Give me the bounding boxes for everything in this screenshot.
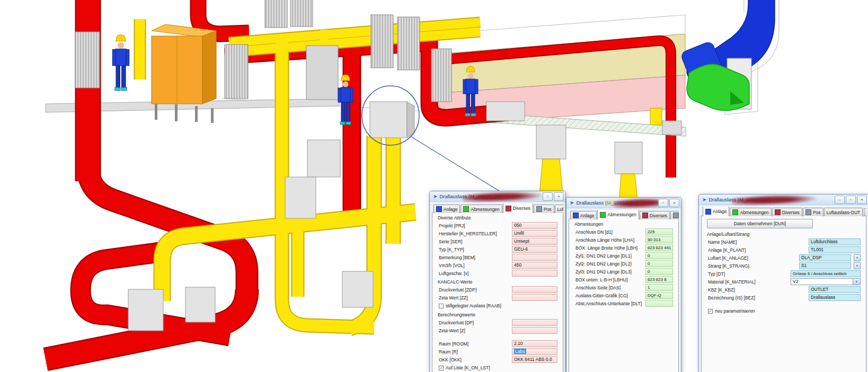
dn-input[interactable]: 225	[645, 228, 673, 235]
dl2-input[interactable]: 0	[645, 260, 673, 267]
field-label: BOX: Länge Breite Höhe [LBH]	[575, 245, 645, 251]
neu-parametrisieren-checkbox[interactable]: ✓	[708, 309, 713, 314]
tab-page-diverses: Diverse Attribute Projekt [PRJ]050 Herst…	[432, 212, 563, 372]
close-button[interactable]: ×	[669, 199, 679, 207]
field-row: Vm3/h [VOL]450	[432, 261, 563, 269]
tab-luftauslass-out[interactable]: Luftauslass-OUT	[824, 208, 863, 216]
restore-button[interactable]: ▫	[658, 199, 668, 207]
field-label: Typ [K_TYP]	[439, 247, 512, 252]
restore-button[interactable]: ▫	[543, 192, 553, 201]
raum-r-input[interactable]: Labo	[512, 348, 557, 355]
tab-label: Anlage	[713, 209, 727, 214]
projekt-input[interactable]: 050	[512, 222, 557, 229]
close-button[interactable]: ×	[554, 192, 564, 201]
tab-label: Anlage	[444, 207, 457, 212]
tab-pos[interactable]: Pos	[534, 205, 554, 213]
lbh-input[interactable]: 623 623 441	[645, 244, 673, 251]
field-label: Anschluss Länge Höhe [LHA]	[575, 237, 645, 243]
tab-pos[interactable]: Pos	[670, 211, 679, 219]
dialog-drallauslass-anlage: ➤ Drallauslass (M_20011) [m] – ▫ × Anlag…	[698, 194, 868, 372]
daten-uebernehmen-button[interactable]: Daten übernehmen [DUN]	[707, 219, 813, 228]
field-label: Anschluss DN [d1]	[575, 229, 645, 235]
material-combobox[interactable]: V2▼	[791, 278, 861, 285]
dl1-input[interactable]: 0	[645, 252, 673, 259]
tab-diverses[interactable]: Diverses	[772, 208, 802, 216]
lha-input[interactable]: 50 313	[645, 236, 673, 243]
bezeichnung-input[interactable]: Drallauslass	[809, 294, 861, 301]
checkbox-row: stillgelegter Auslass [RAAB]	[432, 302, 563, 310]
section-header: Diverse Attribute	[432, 213, 563, 222]
serie-input[interactable]: Unisept	[512, 238, 557, 245]
typ-dt-input[interactable]: Grösse 6 / Anschluss seitlich	[791, 270, 861, 277]
tab-strip: Anlage Abmessungen Diverses Pos Luftausl…	[570, 210, 679, 219]
tab-scroll-buttons[interactable]: ◄►	[864, 208, 866, 216]
tab-anlage[interactable]: Anlage	[703, 207, 729, 216]
dl3-input[interactable]: 0	[645, 268, 673, 275]
onlist-checkbox[interactable]: ✓	[439, 366, 444, 370]
field-row: Strang [K_STRANG]S1▼	[702, 262, 866, 270]
field-label: Name [NAME]	[708, 240, 809, 245]
tab-abmessungen[interactable]: Abmessungen	[460, 205, 502, 213]
tab-label: Diverses	[513, 206, 530, 211]
dialog-drallauslass-abmessungen: ➤ Drallauslass (M_20011) [m] ▫ × Anlage …	[566, 197, 681, 372]
strang-dropdown-button[interactable]: ▼	[854, 262, 861, 269]
luftgeschw-input[interactable]	[512, 270, 557, 277]
druckverlust-dp-input[interactable]	[512, 319, 557, 326]
redaction-smudge	[463, 191, 543, 202]
dialog-titlebar[interactable]: ➤ Drallauslass (M_20011) [m] ▫ ×	[566, 198, 681, 208]
field-label: Luftgeschw. [v]	[439, 271, 512, 276]
field-row: Hersteller [K_HERSTELLER]Unifil	[432, 229, 563, 237]
app-icon: ➤	[570, 200, 574, 206]
tab-luftauslass-out[interactable]: Luftauslass-OUT	[555, 205, 563, 213]
field-label: Vm3/h [VOL]	[439, 263, 512, 268]
dialog-titlebar[interactable]: ➤ Drallauslass (M_20011) [m] – ▫ ×	[699, 194, 868, 205]
das-input[interactable]: 1	[645, 284, 673, 291]
field-row: Bemerkung [BEM]	[432, 253, 563, 261]
hersteller-input[interactable]: Unifil	[512, 230, 557, 237]
minimize-button[interactable]: –	[835, 196, 845, 204]
bemerkung-input[interactable]	[512, 254, 557, 261]
anlage-tab-icon	[573, 212, 579, 218]
tab-abmessungen[interactable]: Abmessungen	[730, 208, 771, 216]
dialog-titlebar[interactable]: ➤ Drallauslass (M_20011) [m] ▫ ×	[430, 191, 565, 202]
tab-abmessungen[interactable]: Abmessungen	[597, 210, 639, 219]
application-window: ➤ Drallauslass (M_20011) [m] ▫ × Anlage …	[0, 0, 868, 372]
kbz-input[interactable]: OUTLET	[809, 286, 861, 293]
field-row: Anschluss Länge Höhe [LHA]50 313	[569, 236, 678, 244]
field-label: Projekt [PRJ]	[439, 223, 512, 228]
tab-diverses[interactable]: Diverses	[503, 203, 533, 213]
field-label: BOX unten: L-B-H [LBHU]	[575, 277, 645, 282]
tab-diverses[interactable]: Diverses	[640, 211, 670, 219]
material-dropdown-arrow[interactable]: ▼	[853, 278, 861, 285]
luftart-dropdown-button[interactable]: ▼	[854, 254, 861, 261]
zeta-zz-input[interactable]	[512, 294, 557, 301]
tab-anlage[interactable]: Anlage	[570, 211, 597, 219]
raum-room-input[interactable]: 2.10	[512, 340, 557, 347]
tab-anlage[interactable]: Anlage	[433, 205, 460, 213]
field-label: Zyl1: DN1 DN2 Länge [DL1]	[575, 253, 645, 259]
field-label: Druckverlust [DP]	[439, 320, 512, 325]
name-input[interactable]: Luftdurchlass	[809, 238, 861, 245]
okk-input[interactable]: OKK 8411 ABS 0.0	[512, 356, 557, 363]
anlage-tab-icon	[436, 206, 442, 212]
dlt-input[interactable]	[645, 300, 673, 307]
tab-label: Luftauslass-OUT	[827, 210, 861, 215]
zeta-z-input[interactable]	[512, 327, 557, 334]
druckverlust-zdp-input[interactable]	[512, 286, 557, 293]
strang-input[interactable]: S1	[799, 262, 851, 269]
field-row: Raum [ROOM]2.10	[432, 340, 563, 348]
lbhu-input[interactable]: 623 623 8	[645, 276, 673, 283]
anlage-input[interactable]: TL001	[809, 246, 861, 253]
restore-button[interactable]: ▫	[846, 196, 856, 204]
field-label: Auslass-Gitter-Grafik [CG]	[575, 293, 645, 298]
volumen-input[interactable]: 450	[512, 262, 557, 269]
close-button[interactable]: ×	[857, 196, 867, 204]
raab-checkbox[interactable]	[439, 304, 444, 308]
tab-pos[interactable]: Pos	[803, 208, 823, 216]
field-label: Druckverlust [ZDP]	[439, 287, 512, 293]
checkbox-label: Auf Liste [K_ON_LST]	[446, 365, 563, 370]
luftart-input[interactable]: DLA_DSP	[799, 254, 851, 261]
cg-input[interactable]: DQF-Q	[645, 292, 673, 299]
selected-text: Labo	[514, 349, 526, 354]
typ-input[interactable]: GEU-6	[512, 246, 557, 253]
